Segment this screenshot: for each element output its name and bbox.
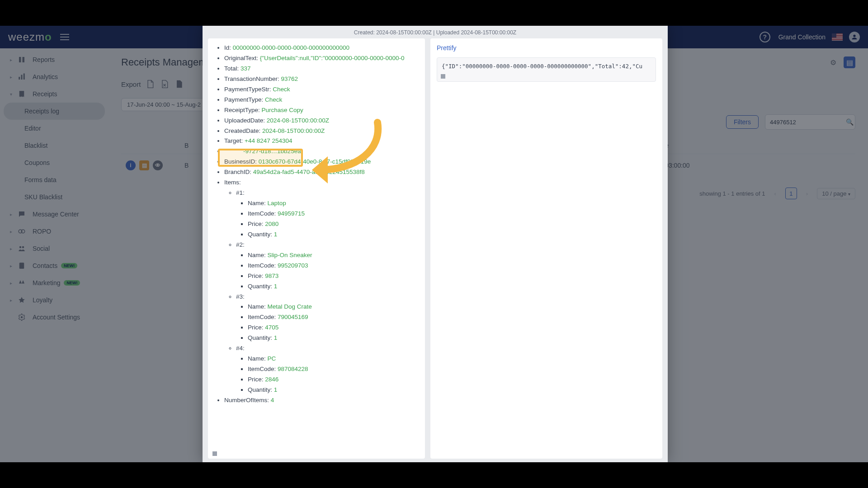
letterbox-bottom [0, 462, 868, 488]
receipt-fields-panel: Id: 00000000-0000-0000-0000-000000000000… [208, 38, 425, 459]
modal-header: Created: 2024-08-15T00:00:00Z | Uploaded… [203, 26, 668, 38]
target-row: Target: +44 8247 254304 [224, 136, 419, 146]
json-preview[interactable]: {"ID":"00000000-0000-0000-0000-000000000… [437, 57, 656, 82]
resize-handle-icon[interactable] [441, 74, 445, 79]
receipt-detail-modal: Created: 2024-08-15T00:00:00Z | Uploaded… [203, 26, 668, 462]
prettify-link[interactable]: Prettify [437, 43, 457, 54]
app-root: weezmo ? Grand Collection ▸Reports ▸Anal… [0, 26, 868, 462]
receipt-json-panel: Prettify {"ID":"00000000-0000-0000-0000-… [430, 38, 662, 459]
scroll-stub-icon [212, 451, 217, 456]
letterbox-top [0, 0, 868, 26]
